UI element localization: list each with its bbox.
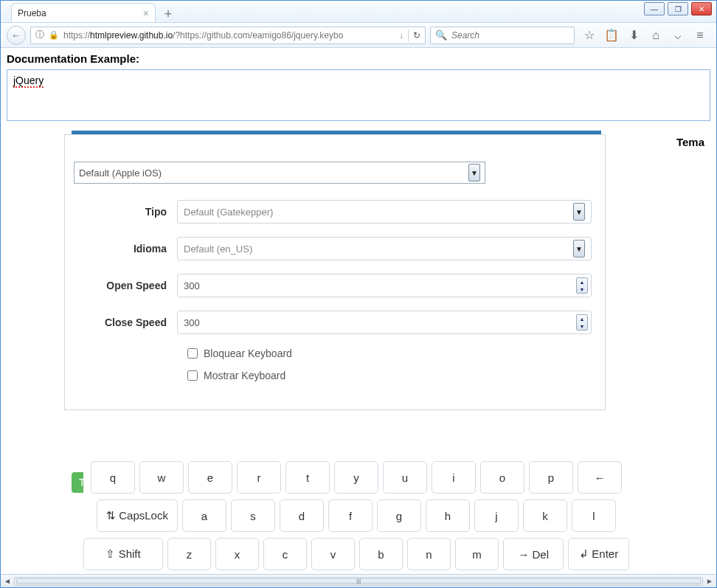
close-speed-label: Close Speed xyxy=(74,317,177,328)
key-capslock[interactable]: ⇅ CapsLock xyxy=(97,499,178,532)
mostrar-label: Mostrar Keyboard xyxy=(204,370,285,381)
close-speed-value: 300 xyxy=(184,317,200,328)
key-e[interactable]: e xyxy=(188,461,232,494)
key-h[interactable]: h xyxy=(426,499,470,532)
key-k[interactable]: k xyxy=(523,499,567,532)
tab-title: Prueba xyxy=(18,8,46,18)
chevron-down-icon[interactable]: ▼ xyxy=(468,164,480,181)
theme-select[interactable]: Default (Apple iOS) ▼ xyxy=(74,162,485,184)
library-icon[interactable]: 📋 xyxy=(604,28,619,42)
key-q[interactable]: q xyxy=(91,461,135,494)
key-v[interactable]: v xyxy=(311,538,355,570)
url-dropdown-icon[interactable]: ↓ xyxy=(399,30,403,41)
chevron-down-icon[interactable]: ▼ xyxy=(573,203,585,221)
tema-label: Tema xyxy=(676,136,704,148)
search-box[interactable]: 🔍 xyxy=(430,27,575,44)
tab-bar: Prueba × + xyxy=(1,1,716,23)
browser-tab[interactable]: Prueba × xyxy=(11,3,156,22)
key-g[interactable]: g xyxy=(377,499,421,532)
key-s[interactable]: s xyxy=(231,499,275,532)
key-y[interactable]: y xyxy=(334,461,378,494)
bloquear-label: Bloquear Keyboard xyxy=(204,347,292,359)
browser-toolbar: ← ⓘ 🔒 https://htmlpreview.github.io/?htt… xyxy=(1,23,716,48)
key-p[interactable]: p xyxy=(529,461,573,494)
key-m[interactable]: m xyxy=(455,538,499,570)
demo-textarea[interactable]: jQuery xyxy=(7,69,710,121)
key-shift[interactable]: ⇧ Shift xyxy=(83,538,163,570)
key-i[interactable]: i xyxy=(432,461,476,494)
key-z[interactable]: z xyxy=(167,538,211,570)
scroll-track[interactable]: ׀׀׀ xyxy=(14,577,703,586)
menu-icon[interactable]: ≡ xyxy=(693,28,707,42)
idioma-value: Default (en_US) xyxy=(184,243,252,255)
window-max[interactable]: ❐ xyxy=(668,2,688,15)
mostrar-checkbox[interactable] xyxy=(187,370,198,381)
url-text: https://htmlpreview.github.io/?https://g… xyxy=(63,30,395,41)
key-n[interactable]: n xyxy=(407,538,451,570)
search-icon: 🔍 xyxy=(435,30,447,41)
new-tab-button[interactable]: + xyxy=(159,6,178,22)
key-c[interactable]: c xyxy=(263,538,307,570)
tipo-value: Default (Gatekepper) xyxy=(184,207,273,218)
reload-icon[interactable]: ↻ xyxy=(413,30,420,41)
back-button[interactable]: ← xyxy=(7,26,26,45)
key-backspace[interactable]: ← xyxy=(578,461,622,494)
idioma-label: Idioma xyxy=(74,243,177,255)
key-del[interactable]: → Del xyxy=(503,538,564,570)
scroll-left-icon[interactable]: ◄ xyxy=(1,577,14,585)
bookmark-star-icon[interactable]: ☆ xyxy=(582,28,597,42)
tab-close-icon[interactable]: × xyxy=(143,7,149,19)
key-b[interactable]: b xyxy=(359,538,403,570)
key-x[interactable]: x xyxy=(215,538,259,570)
window-close[interactable]: ✕ xyxy=(691,2,712,15)
theme-select-value: Default (Apple iOS) xyxy=(79,167,162,179)
page-content: Documentation Example: jQuery Tema Confi… xyxy=(1,48,716,587)
key-enter[interactable]: ↲ Enter xyxy=(568,538,629,570)
home-icon[interactable]: ⌂ xyxy=(648,28,663,42)
key-u[interactable]: u xyxy=(383,461,427,494)
chevron-down-icon[interactable]: ▼ xyxy=(573,240,585,257)
tipo-label: Tipo xyxy=(74,206,177,218)
bloquear-checkbox[interactable] xyxy=(187,348,198,359)
scroll-thumb[interactable]: ׀׀׀ xyxy=(16,578,701,584)
key-t[interactable]: t xyxy=(285,461,330,494)
key-w[interactable]: w xyxy=(139,461,184,494)
window-min[interactable]: — xyxy=(644,2,665,15)
key-r[interactable]: r xyxy=(237,461,281,494)
key-l[interactable]: l xyxy=(572,499,616,532)
tipo-select[interactable]: Default (Gatekepper) ▼ xyxy=(177,200,592,224)
key-d[interactable]: d xyxy=(280,499,324,532)
open-speed-spinner[interactable]: ▲▼ xyxy=(576,277,588,294)
downloads-icon[interactable]: ⬇ xyxy=(626,28,641,42)
scroll-right-icon[interactable]: ► xyxy=(703,577,716,585)
close-speed-spinner[interactable]: ▲▼ xyxy=(576,314,588,331)
virtual-keyboard: qwertyuiop← ⇅ CapsLockasdfghjkl ⇧ Shiftz… xyxy=(83,461,629,587)
pocket-icon[interactable]: ⌵ xyxy=(671,28,685,42)
page-title: Documentation Example: xyxy=(1,48,716,69)
horizontal-scrollbar[interactable]: ◄ ׀׀׀ ► xyxy=(1,574,716,587)
open-speed-input[interactable]: 300 ▲▼ xyxy=(177,274,592,297)
key-j[interactable]: j xyxy=(474,499,519,532)
url-bar[interactable]: ⓘ 🔒 https://htmlpreview.github.io/?https… xyxy=(30,27,426,44)
config-panel: Default (Apple iOS) ▼ Tipo Default (Gate… xyxy=(64,134,606,410)
lock-icon: 🔒 xyxy=(49,30,59,40)
key-f[interactable]: f xyxy=(328,499,373,532)
close-speed-input[interactable]: 300 ▲▼ xyxy=(177,311,592,334)
open-speed-value: 300 xyxy=(184,280,200,291)
open-speed-label: Open Speed xyxy=(74,280,177,291)
idioma-select[interactable]: Default (en_US) ▼ xyxy=(177,237,592,260)
search-input[interactable] xyxy=(451,30,569,41)
key-o[interactable]: o xyxy=(480,461,524,494)
key-a[interactable]: a xyxy=(182,499,226,532)
info-icon[interactable]: ⓘ xyxy=(35,29,44,41)
textarea-value: jQuery xyxy=(13,75,44,88)
